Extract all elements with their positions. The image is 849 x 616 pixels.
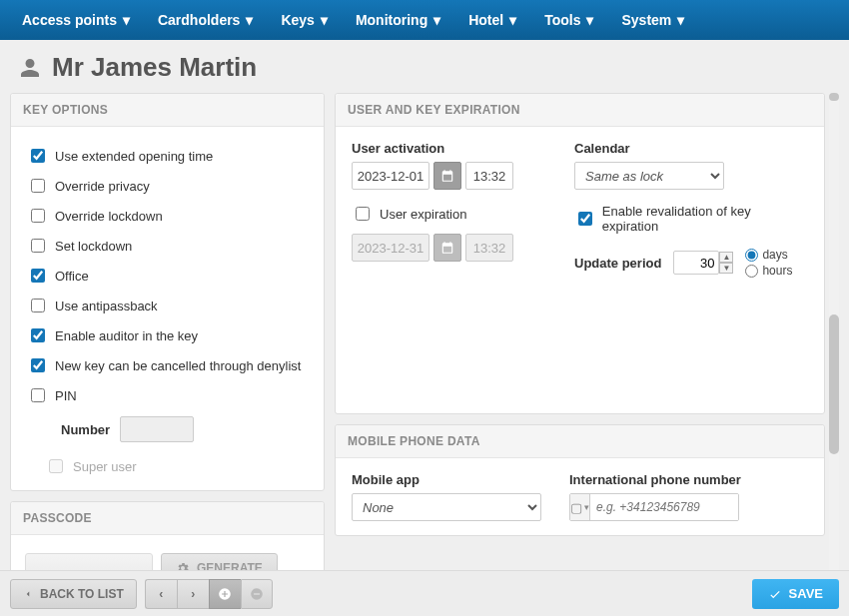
minus-circle-icon: [250, 587, 264, 601]
nav-cardholders[interactable]: Cardholders▾: [144, 0, 267, 40]
user-expiration-time-input: 13:32: [465, 234, 513, 262]
opt-set-lockdown[interactable]: Set lockdown: [27, 231, 308, 261]
chevron-down-icon: ▾: [321, 12, 328, 28]
checkbox-auditor[interactable]: [31, 328, 45, 342]
nav-tools[interactable]: Tools▾: [530, 0, 607, 40]
chevron-down-icon: ▾: [586, 12, 593, 28]
opt-auditor[interactable]: Enable auditor in the key: [27, 320, 308, 350]
update-period-up[interactable]: ▲: [719, 252, 733, 263]
panel-mobile-phone: MOBILE PHONE DATA Mobile app None Intern…: [335, 424, 825, 536]
panel-passcode: PASSCODE GENERATE: [10, 501, 325, 570]
opt-pin[interactable]: PIN: [27, 380, 308, 410]
calendar-icon: [440, 241, 454, 255]
flag-icon: ▢: [570, 500, 582, 515]
user-activation-calendar-button[interactable]: [433, 162, 461, 190]
opt-antipassback[interactable]: Use antipassback: [27, 291, 308, 320]
calendar-label: Calendar: [574, 141, 808, 156]
pin-number-input[interactable]: [120, 416, 194, 442]
user-activation-date-input[interactable]: 2023-12-01: [352, 162, 429, 190]
checkbox-pin[interactable]: [31, 388, 45, 402]
panel-header-user-key-expiration: USER AND KEY EXPIRATION: [336, 94, 824, 127]
radio-hours-row[interactable]: hours: [745, 264, 792, 278]
gear-icon: [176, 561, 190, 570]
chevron-down-icon: ▾: [677, 12, 684, 28]
opt-denylist[interactable]: New key can be cancelled through denylis…: [27, 350, 308, 380]
user-expiration-date-input: 2023-12-31: [352, 234, 429, 262]
checkbox-set-lockdown[interactable]: [31, 239, 45, 253]
chevron-down-icon: ▾: [246, 12, 253, 28]
user-expiration-calendar-button: [433, 234, 461, 262]
checkbox-super-user: [49, 459, 63, 473]
update-period-down[interactable]: ▼: [719, 263, 733, 274]
save-button[interactable]: SAVE: [752, 579, 839, 609]
nav-keys[interactable]: Keys▾: [267, 0, 341, 40]
chevron-left-icon: ‹: [159, 587, 163, 601]
panel-key-options: KEY OPTIONS Use extended opening time Ov…: [10, 93, 325, 491]
phone-input[interactable]: [590, 494, 739, 520]
checkbox-revalidation[interactable]: [578, 212, 592, 226]
person-icon: [18, 56, 42, 80]
radio-days[interactable]: [745, 249, 758, 262]
panel-header-key-options: KEY OPTIONS: [11, 94, 324, 127]
mobile-app-label: Mobile app: [352, 472, 551, 487]
nav-access-points[interactable]: Access points▾: [8, 0, 144, 40]
radio-days-row[interactable]: days: [745, 248, 792, 262]
user-expiration-checkbox-row[interactable]: User expiration: [352, 204, 556, 224]
opt-override-lockdown[interactable]: Override lockdown: [27, 201, 308, 231]
calendar-icon: [440, 169, 454, 183]
generate-button[interactable]: GENERATE: [161, 553, 278, 570]
enable-revalidation-row[interactable]: Enable revalidation of key expiration: [574, 204, 808, 234]
update-period-label: Update period: [574, 256, 661, 271]
chevron-right-icon: ›: [191, 587, 195, 601]
scrollbar-thumb[interactable]: [829, 314, 839, 454]
next-record-button[interactable]: ›: [177, 579, 209, 609]
calendar-select[interactable]: Same as lock: [574, 162, 724, 190]
mobile-app-select[interactable]: None: [352, 493, 541, 521]
passcode-display: [25, 553, 153, 570]
checkbox-antipassback[interactable]: [31, 299, 45, 312]
update-period-input[interactable]: [673, 251, 719, 275]
panel-header-passcode: PASSCODE: [11, 502, 324, 535]
prev-record-button[interactable]: ‹: [145, 579, 177, 609]
checkbox-denylist[interactable]: [31, 358, 45, 372]
panel-header-mobile: MOBILE PHONE DATA: [336, 425, 824, 458]
user-activation-time-input[interactable]: 13:32: [465, 162, 513, 190]
phone-country-button[interactable]: ▢▾: [570, 494, 590, 520]
footer-bar: BACK TO LIST ‹ › SAVE: [0, 570, 849, 616]
svg-rect-2: [254, 593, 260, 594]
opt-office[interactable]: Office: [27, 261, 308, 291]
check-icon: [768, 587, 782, 601]
checkbox-extended-opening[interactable]: [31, 149, 45, 163]
plus-circle-icon: [218, 587, 232, 601]
nav-monitoring[interactable]: Monitoring▾: [342, 0, 454, 40]
remove-record-button[interactable]: [241, 579, 273, 609]
back-to-list-button[interactable]: BACK TO LIST: [10, 579, 137, 609]
chevron-down-icon: ▾: [509, 12, 516, 28]
opt-override-privacy[interactable]: Override privacy: [27, 171, 308, 201]
opt-extended-opening[interactable]: Use extended opening time: [27, 141, 308, 171]
panel-user-key-expiration: USER AND KEY EXPIRATION User activation …: [335, 93, 825, 414]
chevron-down-icon: ▾: [433, 12, 440, 28]
chevron-down-icon: ▾: [123, 12, 130, 28]
nav-system[interactable]: System▾: [607, 0, 698, 40]
top-navbar: Access points▾ Cardholders▾ Keys▾ Monito…: [0, 0, 849, 40]
page-header: Mr James Martin: [10, 40, 839, 93]
checkbox-override-lockdown[interactable]: [31, 209, 45, 223]
page-title: Mr James Martin: [52, 52, 257, 83]
user-activation-label: User activation: [352, 141, 556, 156]
checkbox-user-expiration[interactable]: [356, 207, 370, 221]
checkbox-override-privacy[interactable]: [31, 179, 45, 193]
checkbox-office[interactable]: [31, 269, 45, 283]
radio-hours[interactable]: [745, 265, 758, 278]
scroll-up-arrow[interactable]: [829, 93, 839, 101]
chevron-left-icon: [23, 589, 33, 599]
pin-number-label: Number: [61, 422, 110, 437]
super-user-label: Super user: [73, 459, 137, 474]
scrollbar-track[interactable]: [829, 93, 839, 570]
phone-label: International phone number: [569, 472, 808, 487]
nav-hotel[interactable]: Hotel▾: [454, 0, 530, 40]
add-record-button[interactable]: [209, 579, 241, 609]
chevron-down-icon: ▾: [584, 502, 589, 512]
